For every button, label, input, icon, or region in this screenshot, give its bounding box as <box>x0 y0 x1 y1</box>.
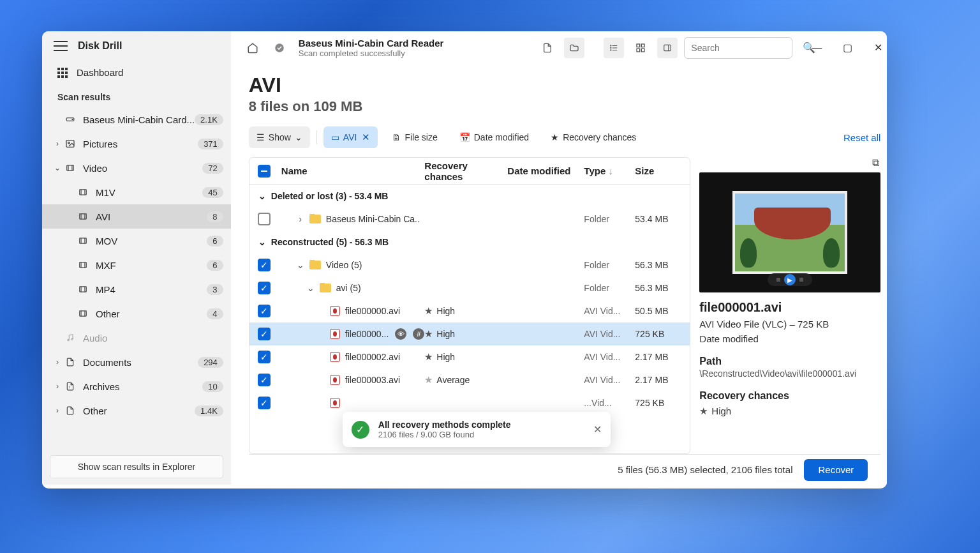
chevron-icon: › <box>51 139 64 148</box>
sidebar-item-baseus-mini-cabin-card-[interactable]: Baseus Mini-Cabin Card...2.1K <box>42 107 231 132</box>
row-checkbox[interactable]: ✓ <box>258 351 271 363</box>
count-badge: 45 <box>202 187 223 198</box>
preview-meta: AVI Video File (VLC) – 725 KB <box>699 319 880 330</box>
svg-rect-7 <box>80 190 87 195</box>
dashboard-icon <box>57 68 68 78</box>
sidebar-item-mp4[interactable]: MP43 <box>42 277 231 301</box>
sidebar-section: Scan results <box>42 84 231 107</box>
show-filter[interactable]: ☰Show⌄ <box>249 126 310 148</box>
audio-icon <box>64 331 77 344</box>
table-row[interactable]: ✓⌄avi (5)Folder56.3 MB <box>249 276 690 299</box>
sidebar-item-label: MXF <box>96 260 207 271</box>
svg-rect-4 <box>67 165 74 170</box>
sidebar-item-audio[interactable]: Audio <box>42 326 231 350</box>
chevron-icon[interactable]: ⌄ <box>297 260 304 270</box>
chevron-icon[interactable]: ⌄ <box>307 283 315 293</box>
reset-filters[interactable]: Reset all <box>843 132 880 143</box>
maximize-button[interactable]: ▢ <box>833 38 861 58</box>
avi-filter-chip[interactable]: ▭AVI✕ <box>323 126 378 148</box>
col-size[interactable]: Size <box>635 165 690 176</box>
count-badge: 10 <box>202 381 223 392</box>
row-checkbox[interactable]: ✓ <box>258 397 271 409</box>
type-cell: AVI Vid... <box>584 375 635 385</box>
table-row[interactable]: ✓⌄Video (5)Folder56.3 MB <box>249 254 690 276</box>
table-group[interactable]: ⌄Deleted or lost (3) - 53.4 MB <box>249 185 690 208</box>
remove-chip-icon[interactable]: ✕ <box>362 132 370 143</box>
row-checkbox[interactable]: ✓ <box>258 328 271 340</box>
date-filter[interactable]: 📅Date modified <box>452 126 537 148</box>
select-all-checkbox[interactable] <box>258 165 271 178</box>
recover-button[interactable]: Recover <box>804 459 868 481</box>
sidebar-item-pictures[interactable]: ›Pictures371 <box>42 132 231 156</box>
sidebar-item-m1v[interactable]: M1V45 <box>42 180 231 204</box>
folder-icon <box>309 261 321 269</box>
grid-view-icon[interactable] <box>630 38 651 58</box>
close-button[interactable]: ✕ <box>864 38 887 58</box>
hash-icon[interactable]: # <box>413 328 424 340</box>
sidebar-item-video[interactable]: ⌄Video72 <box>42 156 231 180</box>
file-name: avi (5) <box>336 283 361 293</box>
size-cell: 56.3 MB <box>635 283 690 293</box>
list-view-icon[interactable] <box>604 38 624 58</box>
minimize-button[interactable]: — <box>803 38 831 58</box>
table-row[interactable]: ✓file000000.avi★HighAVI Vid...50.5 MB <box>249 299 690 322</box>
col-type[interactable]: Type ↓ <box>584 165 635 176</box>
col-date[interactable]: Date modified <box>507 165 584 176</box>
row-checkbox[interactable] <box>258 213 271 225</box>
popout-icon[interactable]: ⧉ <box>872 157 879 169</box>
hamburger-icon[interactable] <box>54 41 68 51</box>
sidebar-item-mov[interactable]: MOV6 <box>42 229 231 253</box>
col-name[interactable]: Name <box>279 165 425 176</box>
sliders-icon: ☰ <box>256 132 265 142</box>
recovery-cell: ★High <box>424 351 507 363</box>
panel-toggle-icon[interactable] <box>657 38 678 58</box>
col-recovery[interactable]: Recovery chances <box>424 160 507 182</box>
table-body: ⌄Deleted or lost (3) - 53.4 MB›Baseus Mi… <box>249 185 690 453</box>
calendar-icon: 📅 <box>459 132 470 142</box>
show-in-explorer-button[interactable]: Show scan results in Explorer <box>50 455 223 478</box>
table-group[interactable]: ⌄Reconstructed (5) - 56.3 MB <box>249 231 690 254</box>
recovery-filter[interactable]: ★Recovery chances <box>543 126 644 148</box>
play-icon[interactable]: ▶ <box>784 274 796 285</box>
table-row[interactable]: ✓...Vid...725 KB <box>249 391 690 414</box>
recovery-cell: ★High <box>424 305 507 317</box>
star-icon: ★ <box>424 328 433 339</box>
sidebar-item-documents[interactable]: ›Documents294 <box>42 350 231 374</box>
folder-view-icon[interactable] <box>564 38 584 58</box>
table-row[interactable]: ✓file000003.avi★AverageAVI Vid...2.17 MB <box>249 368 690 391</box>
star-icon: ★ <box>424 374 433 385</box>
chevron-icon[interactable]: › <box>297 214 304 224</box>
home-icon[interactable] <box>242 38 263 58</box>
table-row[interactable]: ✓file00000...👁#★HighAVI Vid...725 KB <box>249 322 690 345</box>
row-checkbox[interactable]: ✓ <box>258 305 271 317</box>
row-checkbox[interactable]: ✓ <box>258 374 271 386</box>
search-box[interactable]: 🔍 <box>684 37 792 59</box>
sidebar-item-label: Audio <box>83 333 223 344</box>
sidebar-item-avi[interactable]: AVI8 <box>42 204 231 229</box>
size-cell: 725 KB <box>635 329 690 339</box>
video-icon <box>77 186 89 199</box>
search-input[interactable] <box>691 43 803 53</box>
sidebar-item-archives[interactable]: ›Archives10 <box>42 374 231 398</box>
svg-point-29 <box>275 43 284 52</box>
preview-recovery-label: Recovery chances <box>699 390 880 402</box>
sidebar-item-mxf[interactable]: MXF6 <box>42 253 231 277</box>
dashboard-nav[interactable]: Dashboard <box>42 61 231 84</box>
folder-icon <box>309 215 321 223</box>
sidebar-item-other[interactable]: Other4 <box>42 301 231 326</box>
svg-rect-36 <box>637 44 640 47</box>
table-row[interactable]: ✓file000002.avi★HighAVI Vid...2.17 MB <box>249 345 690 368</box>
row-checkbox[interactable]: ✓ <box>258 259 271 271</box>
video-controls[interactable]: ▶ <box>768 273 812 286</box>
eye-icon[interactable]: 👁 <box>395 328 406 340</box>
row-checkbox[interactable]: ✓ <box>258 282 271 294</box>
svg-point-26 <box>71 338 73 340</box>
sidebar-item-other[interactable]: ›Other1.4K <box>42 398 231 423</box>
table-row[interactable]: ›Baseus Mini-Cabin Ca..Folder53.4 MB <box>249 208 690 231</box>
file-view-icon[interactable] <box>537 38 558 58</box>
count-badge: 6 <box>207 260 223 271</box>
toast-close-icon[interactable]: ✕ <box>593 423 602 436</box>
filesize-filter[interactable]: 🗎File size <box>384 126 445 148</box>
main-pane: Baseus Mini-Cabin Card Reader Scan compl… <box>231 31 887 485</box>
size-cell: 725 KB <box>635 398 690 408</box>
